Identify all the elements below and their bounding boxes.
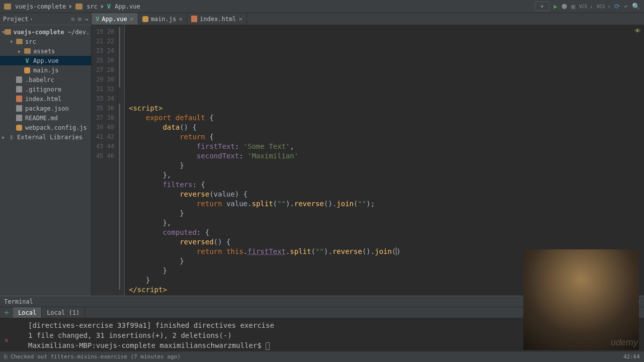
js-icon (142, 16, 148, 22)
tab-index-html[interactable]: index.html× (187, 13, 247, 25)
sync-icon[interactable]: ⟳ (614, 3, 620, 10)
toolbar-right: ▾ ▶ ⬢ ■ VCS ↓ VCS ↑ ⟳ ↶ 🔍 (535, 2, 640, 11)
generic-icon (15, 76, 23, 83)
top-bar: vuejs-complete src V App.vue ▾ ▶ ⬢ ■ VCS… (0, 0, 644, 13)
add-terminal-button[interactable]: + (0, 308, 13, 317)
tree-item-src[interactable]: ▼src (0, 37, 91, 46)
folder-icon (75, 4, 83, 10)
close-icon[interactable]: × (179, 15, 183, 23)
hide-icon[interactable]: ⇥ (85, 16, 88, 23)
search-icon[interactable]: 🔍 (632, 3, 640, 10)
tree-item--babelrc[interactable]: .babelrc (0, 75, 91, 84)
generic-icon (15, 105, 23, 112)
js-icon (15, 125, 23, 131)
project-tree: ▼ vuejs-complete ~/dev... ▼src▶assetsVAp… (0, 25, 91, 296)
inspection-icon[interactable]: 👁 (634, 27, 641, 35)
generic-icon (15, 86, 23, 93)
html-icon (191, 16, 197, 22)
undo-icon[interactable]: ↶ (624, 3, 628, 10)
fold-column[interactable] (118, 25, 125, 296)
tree-item-App-vue[interactable]: VApp.vue (0, 56, 91, 65)
run-button[interactable]: ▶ (553, 3, 557, 10)
breadcrumb-file: App.vue (115, 3, 140, 10)
js-icon (23, 67, 31, 73)
tree-item-package-json[interactable]: package.json (0, 104, 91, 113)
cursor-position: 42:64 (623, 353, 640, 360)
generic-icon (15, 115, 23, 121)
vue-icon: V (96, 16, 99, 23)
watermark: udemy (611, 337, 638, 348)
editor-tabs: VApp.vue×main.js×index.html× (92, 13, 644, 25)
tree-item-assets[interactable]: ▶assets (0, 46, 91, 56)
tree-item-README-md[interactable]: README.md (0, 113, 91, 123)
folder-icon (15, 39, 23, 44)
terminal-tab[interactable]: Local (1) (42, 307, 85, 318)
vcs-pull[interactable]: VCS ↓ (579, 4, 593, 9)
vcs-push[interactable]: VCS ↑ (597, 4, 610, 9)
tab-App-vue[interactable]: VApp.vue× (92, 13, 138, 25)
run-config-dropdown[interactable]: ▾ (535, 2, 550, 11)
chevron-right-icon (69, 5, 72, 9)
stop-button[interactable]: ■ (571, 3, 575, 10)
debug-button[interactable]: ⬢ (561, 3, 567, 10)
cursor-icon (266, 342, 270, 350)
status-message: Checked out filters-mixins-exercise (7 m… (11, 353, 181, 360)
chevron-right-icon (101, 5, 104, 9)
folder-icon (23, 48, 31, 54)
breadcrumb-folder: src (87, 3, 98, 10)
vue-icon: V (23, 57, 31, 64)
tree-item-main-js[interactable]: main.js (0, 65, 91, 75)
status-bar: ⎘ Checked out filters-mixins-exercise (7… (0, 351, 644, 362)
line-gutter: 19 20 21 22 23 24 25 26 27 28 29 30 31 3… (92, 25, 118, 296)
tree-item--gitignore[interactable]: .gitignore (0, 84, 91, 94)
sidebar-header[interactable]: Project▾ ⊖ ⚙ ⇥ (0, 13, 91, 25)
gear-icon[interactable]: ⚙ (78, 16, 82, 23)
project-sidebar: Project▾ ⊖ ⚙ ⇥ ▼ vuejs-complete ~/dev...… (0, 13, 92, 296)
external-libraries[interactable]: ▶ ⫴ External Libraries (0, 132, 91, 142)
tab-main-js[interactable]: main.js× (138, 13, 187, 25)
vue-icon: V (107, 3, 111, 10)
close-icon[interactable]: × (130, 15, 134, 23)
tree-item-webpack-config-js[interactable]: webpack.config.js (0, 123, 91, 132)
vcs-status-icon[interactable]: ⎘ (4, 353, 8, 360)
terminal-tab[interactable]: Local (13, 307, 42, 318)
html-icon (15, 96, 23, 102)
breadcrumb-project: vuejs-complete (15, 3, 66, 10)
folder-icon (4, 4, 11, 10)
tree-root[interactable]: ▼ vuejs-complete ~/dev... (0, 27, 91, 37)
collapse-icon[interactable]: ⊖ (71, 16, 74, 23)
library-icon: ⫴ (7, 134, 15, 141)
tree-item-index-html[interactable]: index.html (0, 94, 91, 104)
close-icon[interactable]: × (238, 15, 243, 23)
terminal-title: Terminal (4, 298, 33, 305)
webcam-overlay (523, 249, 639, 350)
breadcrumb[interactable]: vuejs-complete src V App.vue (4, 3, 140, 10)
sidebar-title: Project (3, 16, 29, 23)
